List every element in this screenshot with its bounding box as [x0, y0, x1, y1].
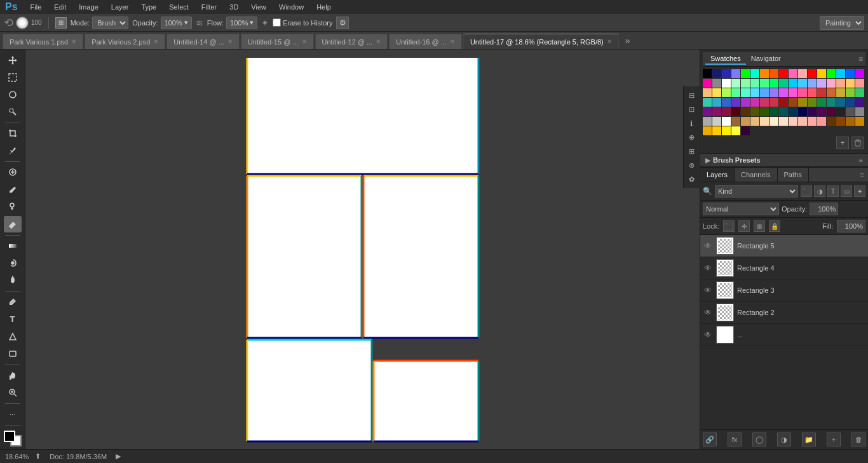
swatch[interactable] [779, 117, 788, 126]
tab-untitled17[interactable]: Untitled-17 @ 18.6% (Rectangle 5, RGB/8)… [463, 34, 619, 49]
swatch[interactable] [703, 117, 712, 126]
swatch[interactable] [789, 69, 797, 78]
swatch[interactable] [827, 79, 836, 88]
workspace-select[interactable]: Painting [820, 16, 864, 30]
airbrush-icon[interactable]: ✦ [261, 18, 269, 28]
swatch[interactable] [741, 117, 750, 126]
tab-park2-close[interactable]: ✕ [153, 38, 158, 45]
eraser-tool[interactable] [4, 216, 22, 232]
swatch[interactable] [741, 98, 750, 107]
swatch[interactable] [817, 107, 826, 116]
menu-window[interactable]: Window [276, 2, 306, 12]
smart-filter-btn[interactable]: ✦ [854, 185, 865, 197]
swatch[interactable] [779, 69, 788, 78]
swatch[interactable] [798, 88, 807, 97]
swatch[interactable] [722, 117, 731, 126]
swatch[interactable] [779, 107, 788, 116]
swatch[interactable] [808, 117, 817, 126]
swatch[interactable] [846, 79, 855, 88]
swatch[interactable] [827, 107, 836, 116]
menu-help[interactable]: Help [314, 2, 334, 12]
layer-visibility-toggle[interactable]: 👁 [703, 330, 713, 340]
swatch[interactable] [760, 98, 769, 107]
pixel-filter-btn[interactable]: ⬛ [801, 185, 812, 197]
tab-park1-close[interactable]: ✕ [71, 38, 76, 45]
zoom-tool[interactable] [4, 385, 22, 401]
swatch[interactable] [741, 126, 750, 135]
swatch[interactable] [808, 107, 817, 116]
menu-filter[interactable]: Filter [199, 2, 219, 12]
swatch[interactable] [827, 69, 836, 78]
options-settings-icon[interactable]: ⚙ [336, 17, 349, 29]
color-swatches[interactable] [4, 431, 22, 446]
tab-untitled15-close[interactable]: ✕ [302, 38, 307, 45]
panel-icon-5[interactable]: ⊞ [685, 145, 698, 158]
delete-swatch-btn[interactable] [851, 137, 864, 149]
swatch[interactable] [855, 88, 864, 97]
swatch[interactable] [808, 79, 817, 88]
swatch[interactable] [760, 79, 769, 88]
swatch[interactable] [798, 98, 807, 107]
gradient-tool[interactable] [4, 238, 22, 253]
swatch[interactable] [712, 79, 721, 88]
tab-untitled15[interactable]: Untitled-15 @ ... ✕ [241, 34, 314, 49]
panel-icon-6[interactable]: ⊗ [685, 159, 698, 171]
menu-select[interactable]: Select [166, 2, 191, 12]
menu-image[interactable]: Image [76, 2, 101, 12]
fg-color-swatch[interactable] [4, 431, 15, 442]
healing-brush-tool[interactable] [4, 164, 22, 180]
swatch[interactable] [855, 98, 864, 107]
tab-park1[interactable]: Park Various 1.psd ✕ [3, 34, 83, 49]
tab-untitled14-close[interactable]: ✕ [227, 38, 233, 45]
swatch[interactable] [722, 88, 731, 97]
layer-visibility-toggle[interactable]: 👁 [703, 307, 713, 318]
swatch[interactable] [731, 69, 740, 78]
swatch[interactable] [798, 107, 807, 116]
swatch[interactable] [836, 79, 845, 88]
menu-edit[interactable]: Edit [51, 2, 69, 12]
swatch[interactable] [712, 98, 721, 107]
swatch[interactable] [741, 107, 750, 116]
fill-input[interactable] [837, 220, 865, 232]
channels-tab[interactable]: Channels [735, 168, 777, 182]
swatch[interactable] [789, 107, 797, 116]
layer-visibility-toggle[interactable]: 👁 [703, 241, 713, 251]
layer-style-btn[interactable]: fx [728, 433, 742, 446]
swatch[interactable] [731, 107, 740, 116]
layer-item[interactable]: 👁Rectangle 2 [700, 302, 868, 324]
swatch[interactable] [770, 79, 778, 88]
panel-icon-7[interactable]: ✿ [685, 173, 698, 185]
swatch[interactable] [712, 126, 721, 135]
swatch[interactable] [836, 107, 845, 116]
more-tools[interactable]: ··· [4, 406, 22, 422]
arrow-right-icon[interactable]: ▶ [116, 452, 121, 460]
swatch[interactable] [760, 88, 769, 97]
kind-select[interactable]: Kind [715, 185, 798, 198]
swatch[interactable] [855, 107, 864, 116]
swatch[interactable] [703, 79, 712, 88]
text-tool[interactable]: T [4, 311, 22, 327]
swatch[interactable] [817, 79, 826, 88]
layer-item[interactable]: 👁Rectangle 4 [700, 257, 868, 279]
new-swatch-btn[interactable]: + [836, 137, 849, 149]
link-layers-btn[interactable]: 🔗 [703, 433, 717, 446]
lock-pixels-btn[interactable]: ⬛ [723, 220, 735, 232]
group-layers-btn[interactable]: 📁 [802, 433, 816, 446]
panel-icon-2[interactable]: ⊡ [685, 103, 698, 116]
swatch[interactable] [741, 88, 750, 97]
menu-3d[interactable]: 3D [227, 2, 241, 12]
swatch[interactable] [846, 98, 855, 107]
swatch[interactable] [770, 98, 778, 107]
brush-presets-menu-icon[interactable]: ≡ [859, 156, 863, 164]
menu-type[interactable]: Type [139, 2, 159, 12]
swatch[interactable] [731, 79, 740, 88]
swatch[interactable] [731, 98, 740, 107]
swatch[interactable] [798, 79, 807, 88]
swatch[interactable] [722, 79, 731, 88]
pen-tool[interactable] [4, 294, 22, 310]
tab-untitled12[interactable]: Untitled-12 @ ... ✕ [315, 34, 388, 49]
swatch[interactable] [836, 117, 845, 126]
swatch[interactable] [703, 98, 712, 107]
swatch[interactable] [827, 88, 836, 97]
swatch[interactable] [760, 69, 769, 78]
